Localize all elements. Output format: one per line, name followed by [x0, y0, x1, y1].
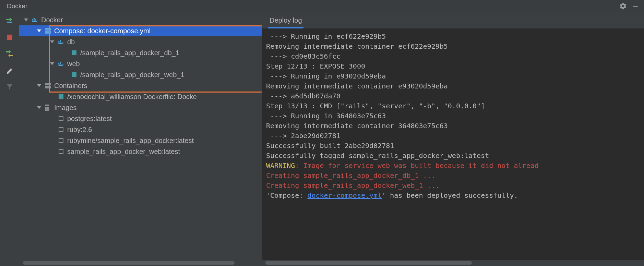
action-gutter: [0, 12, 19, 266]
chevron-down-icon[interactable]: [37, 83, 42, 88]
whale-icon: [32, 16, 38, 23]
node-label: web: [67, 58, 80, 69]
node-label: ruby:2.6: [67, 124, 92, 135]
node-label: /sample_rails_app_docker_web_1: [80, 69, 184, 80]
deploy-icon[interactable]: [4, 16, 15, 26]
redeploy-icon[interactable]: [4, 49, 15, 59]
filter-icon[interactable]: [4, 82, 15, 92]
log-line: Step 13/13 : CMD ["rails", "server", "-b…: [266, 102, 485, 110]
compose-file-link[interactable]: docker-compose.yml: [307, 191, 382, 200]
chevron-down-icon[interactable]: [24, 17, 29, 22]
chevron-down-icon[interactable]: [37, 105, 42, 110]
edit-icon[interactable]: [4, 65, 15, 75]
image-icon: [58, 115, 64, 122]
svg-rect-17: [45, 109, 47, 111]
tree-node-image-ruby[interactable]: ruby:2.6: [19, 124, 262, 135]
log-line: ---> 2abe29d02781: [266, 132, 341, 140]
log-line: ---> Running in 364803e75c63: [266, 112, 386, 120]
tree-node-db[interactable]: db: [19, 36, 262, 47]
container-icon: [71, 71, 77, 78]
tree-node-compose[interactable]: Compose: docker-compose.yml: [19, 25, 262, 36]
svg-rect-14: [47, 105, 49, 106]
warning-text: : Image for service web was built becaus…: [295, 161, 538, 170]
node-label: Images: [54, 102, 77, 113]
node-label: Containers: [54, 80, 87, 91]
compose-icon: [45, 27, 51, 34]
node-label: rubymine/sample_rails_app_docker:latest: [67, 135, 194, 146]
log-line: Successfully tagged sample_rails_app_doc…: [266, 152, 489, 160]
tree-node-db-container[interactable]: /sample_rails_app_docker_db_1: [19, 47, 262, 58]
log-line: Removing intermediate container 364803e7…: [266, 122, 448, 130]
node-label: postgres:latest: [67, 113, 112, 124]
svg-rect-3: [32, 19, 33, 20]
svg-rect-7: [58, 41, 59, 42]
gear-icon[interactable]: [619, 2, 627, 10]
log-line: WARNING: Image for service web was built…: [266, 161, 539, 170]
containers-group-icon: [45, 82, 51, 89]
chevron-down-icon[interactable]: [37, 28, 42, 33]
svg-rect-8: [60, 41, 61, 42]
stop-icon[interactable]: [4, 32, 15, 43]
node-label: db: [67, 36, 75, 47]
log-line: Creating sample_rails_app_docker_web_1 .…: [266, 181, 440, 190]
log-scrollbar[interactable]: [265, 261, 641, 265]
tree-node-xenodochial[interactable]: /xenodochial_williamson Dockerfile: Dock…: [19, 91, 262, 102]
svg-rect-15: [45, 107, 47, 109]
tree-node-web[interactable]: web: [19, 58, 262, 69]
log-line: Successfully built 2abe29d02781: [266, 142, 394, 150]
svg-rect-1: [7, 22, 12, 23]
chevron-down-icon[interactable]: [50, 39, 55, 44]
log-line: ---> Running in ecf622e929b5: [266, 32, 386, 40]
tree-node-image-sample-web[interactable]: sample_rails_app_docker_web:latest: [19, 146, 262, 157]
panel-title: Docker: [7, 2, 27, 10]
log-line: Creating sample_rails_app_docker_db_1 ..…: [266, 171, 436, 180]
image-icon: [58, 126, 64, 133]
container-icon: [58, 93, 64, 100]
right-pane: Deploy log ---> Running in ecf622e929b5 …: [262, 12, 644, 266]
log-line: ---> Running in e93020d59eba: [266, 72, 386, 80]
warning-label: WARNING: [266, 161, 295, 170]
titlebar: Docker: [0, 0, 644, 12]
image-icon: [58, 148, 64, 155]
images-group-icon: [45, 104, 51, 111]
node-label: /xenodochial_williamson Dockerfile: Dock…: [67, 91, 197, 102]
deploy-log[interactable]: ---> Running in ecf622e929b5 Removing in…: [262, 29, 644, 260]
tree-node-image-postgres[interactable]: postgres:latest: [19, 113, 262, 124]
tree-node-docker[interactable]: Docker: [19, 14, 262, 25]
svg-rect-4: [34, 19, 35, 20]
svg-rect-11: [60, 63, 61, 64]
node-label: Docker: [41, 14, 63, 25]
svg-rect-16: [47, 107, 49, 109]
chevron-down-icon[interactable]: [50, 61, 55, 66]
log-line: ---> a6d5db07da70: [266, 92, 341, 100]
svg-rect-9: [60, 40, 61, 41]
image-icon: [58, 137, 64, 144]
tree-node-containers[interactable]: Containers: [19, 80, 262, 91]
node-label: sample_rails_app_docker_web:latest: [67, 146, 180, 157]
svg-rect-10: [58, 63, 59, 64]
node-label: Compose: docker-compose.yml: [54, 25, 151, 36]
tree-node-image-rubymine[interactable]: rubymine/sample_rails_app_docker:latest: [19, 135, 262, 146]
tab-deploy-log[interactable]: Deploy log: [268, 13, 303, 28]
svg-rect-13: [45, 105, 47, 106]
log-line: Step 12/13 : EXPOSE 3000: [266, 62, 365, 70]
svg-rect-5: [35, 19, 36, 20]
tree-pane: Docker Compose: docker-compose.yml db: [19, 12, 262, 266]
node-label: /sample_rails_app_docker_db_1: [80, 47, 179, 58]
log-line: 'Compose: docker-compose.yml' has been d…: [266, 191, 518, 200]
tree-scrollbar[interactable]: [23, 261, 258, 265]
svg-rect-2: [7, 35, 12, 40]
whale-icon: [58, 60, 64, 67]
whale-icon: [58, 38, 64, 45]
container-icon: [71, 49, 77, 56]
tree-node-web-container[interactable]: /sample_rails_app_docker_web_1: [19, 69, 262, 80]
tab-bar: Deploy log: [262, 12, 644, 29]
log-line: ---> cd0e83c56fcc: [266, 52, 341, 60]
log-line: Removing intermediate container e93020d5…: [266, 82, 448, 90]
svg-rect-6: [34, 18, 35, 19]
minimize-icon[interactable]: [632, 2, 639, 10]
tree-node-images[interactable]: Images: [19, 102, 262, 113]
svg-rect-18: [47, 109, 49, 111]
svg-rect-0: [633, 6, 637, 7]
svg-rect-12: [60, 62, 61, 63]
